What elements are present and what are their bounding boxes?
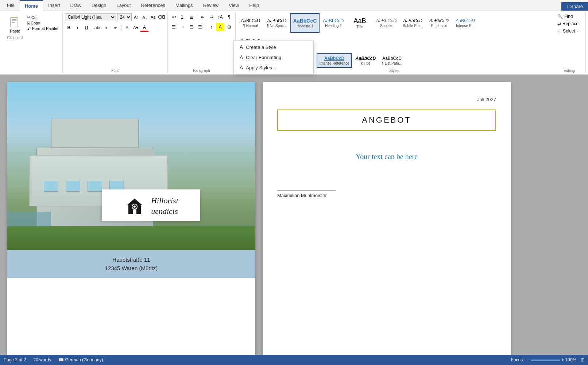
multilevel-list-button[interactable]: ≣	[187, 13, 196, 21]
style-heading2-label: Heading 2	[325, 24, 342, 28]
tab-insert[interactable]: Insert	[43, 0, 65, 11]
tab-review[interactable]: Review	[198, 0, 224, 11]
font-name-select[interactable]: Calibri Light (Hea	[65, 13, 116, 21]
clear-formatting-button[interactable]: ⌫	[158, 14, 165, 21]
line-spacing-button[interactable]: ↕	[208, 23, 216, 31]
editing-group: 🔍 Find ⇄ Replace ⬚ Select ~ Editing	[553, 12, 586, 73]
create-style-item[interactable]: A Create a Style	[234, 42, 313, 52]
style-subtle-em-label: Subtle Em...	[403, 24, 422, 28]
tab-mailings[interactable]: Mailings	[170, 0, 198, 11]
borders-button[interactable]: ⊞	[225, 23, 233, 31]
address-line2: 12345 Waren (Müritz)	[15, 264, 248, 273]
style-emphasis-label: Emphasis	[431, 24, 447, 28]
italic-button[interactable]: I	[74, 24, 82, 32]
sort-button[interactable]: ↕A	[216, 13, 224, 21]
tab-file[interactable]: File	[2, 0, 20, 11]
style-list-para[interactable]: AaBbCcD ¶ List Para...	[379, 53, 405, 68]
select-icon: ⬚	[557, 28, 561, 34]
highlight-color-button[interactable]: A▾	[132, 24, 140, 32]
style-subtitle[interactable]: AaBbCcD Subtitle	[373, 13, 399, 33]
signature-area: Maximilian Mühlmeister	[277, 190, 496, 198]
focus-button[interactable]: Focus	[511, 357, 523, 362]
find-button[interactable]: 🔍 Find	[555, 13, 583, 20]
word-count: 20 words	[33, 357, 51, 362]
align-center-button[interactable]: ≡	[179, 23, 187, 31]
angebot-box: ANGEBOT	[277, 110, 496, 131]
zoom-out-icon[interactable]: −	[527, 357, 530, 362]
paste-button[interactable]: Paste	[4, 13, 26, 35]
style-normal-preview: AaBbCcD	[241, 19, 260, 23]
style-intense-em-label: Intense E...	[456, 24, 475, 28]
signature-name: Maximilian Mühlmeister	[277, 193, 496, 198]
text-effects-button[interactable]: A	[123, 24, 131, 32]
clipboard-label: Clipboard	[7, 35, 23, 40]
building-image: % Hilloristuendicis	[7, 82, 255, 250]
style-emphasis[interactable]: AaBbCcD Emphasis	[426, 13, 452, 33]
font-color-button[interactable]: A	[140, 24, 148, 32]
body-placeholder[interactable]: Your text can be here	[277, 153, 496, 161]
zoom-slider[interactable]	[531, 360, 560, 361]
bold-button[interactable]: B	[65, 24, 73, 32]
tab-layout[interactable]: Layout	[111, 0, 136, 11]
svg-text:%: %	[133, 205, 136, 209]
strikethrough-button[interactable]: abc	[94, 24, 102, 32]
style-heading1-label: Heading 1	[297, 24, 313, 28]
shading-button[interactable]: A	[216, 23, 224, 31]
tab-references[interactable]: References	[136, 0, 170, 11]
company-logo: % Hilloristuendicis	[109, 195, 193, 217]
justify-button[interactable]: ☰	[196, 23, 204, 31]
increase-indent-button[interactable]: ⇥	[208, 13, 216, 21]
style-title-preview: AaB	[353, 18, 366, 24]
change-case-button[interactable]: Aa	[150, 14, 157, 21]
language: 📖 German (Germany)	[58, 357, 103, 362]
zoom-in-icon[interactable]: +	[561, 357, 564, 362]
apply-styles-item[interactable]: A Apply Styles...	[234, 62, 313, 73]
font-group: Calibri Light (Hea 24 A↑ A↓ Aa ⌫ B I U a…	[63, 12, 168, 73]
format-painter-button[interactable]: 🖌 Format Painter	[26, 26, 60, 31]
style-title[interactable]: AaB Title	[347, 13, 372, 33]
font-size-select[interactable]: 24	[117, 13, 132, 21]
style-subtle-em-preview: AaBbCcD	[403, 19, 422, 23]
style-normal[interactable]: AaBbCcD ¶ Normal	[238, 13, 263, 33]
show-formatting-button[interactable]: ¶	[225, 13, 233, 21]
zoom-controls[interactable]: − + 100%	[527, 357, 576, 362]
view-layout-icon[interactable]: ⊞	[581, 357, 584, 362]
style-intense-ref[interactable]: AaBbCcD Intense Reference	[317, 53, 352, 68]
clear-formatting-item[interactable]: A Clear Formatting	[234, 52, 313, 62]
align-left-button[interactable]: ☰	[170, 23, 178, 31]
subscript-button[interactable]: x₂	[103, 24, 111, 32]
style-subtitle-label: Subtitle	[380, 24, 392, 28]
copy-button[interactable]: ⎘ Copy	[26, 20, 60, 26]
paste-icon	[8, 15, 22, 29]
style-book-title[interactable]: AaBbCcD k Title	[353, 53, 378, 68]
select-button[interactable]: ⬚ Select ~	[555, 28, 583, 34]
tab-view[interactable]: View	[224, 0, 244, 11]
style-no-spacing[interactable]: AaBbCcD ¶ No Spac...	[264, 13, 290, 33]
style-intense-em[interactable]: AaBbCcD Intense E...	[452, 13, 478, 33]
paragraph-group-label: Paragraph	[170, 68, 233, 73]
superscript-button[interactable]: x²	[112, 24, 120, 32]
tab-help[interactable]: Help	[244, 0, 264, 11]
style-subtle-em[interactable]: AaBbCcD Subtle Em...	[400, 13, 425, 33]
style-heading1[interactable]: AaBbCcC Heading 1	[290, 13, 320, 33]
decrease-indent-button[interactable]: ⇤	[199, 13, 207, 21]
bullets-button[interactable]: ≡•	[170, 13, 178, 21]
cut-button[interactable]: ✂ Cut	[26, 15, 60, 20]
font-size-decrease-button[interactable]: A↓	[141, 14, 148, 21]
style-heading2[interactable]: AaBbCcD Heading 2	[320, 13, 346, 33]
page-right[interactable]: Juli 2027 ANGEBOT Your text can be here …	[263, 82, 511, 365]
style-book-title-label: k Title	[361, 61, 370, 65]
tab-design[interactable]: Design	[86, 0, 111, 11]
zoom-level: 100%	[565, 357, 576, 362]
tab-draw[interactable]: Draw	[65, 0, 86, 11]
style-no-spacing-label: ¶ No Spac...	[267, 24, 287, 28]
numbering-button[interactable]: 1.	[179, 13, 187, 21]
align-right-button[interactable]: ☰	[187, 23, 196, 31]
clear-formatting-icon: A	[240, 54, 243, 60]
tab-home[interactable]: Home	[20, 0, 43, 11]
underline-button[interactable]: U	[82, 24, 90, 32]
svg-rect-2	[12, 19, 16, 20]
share-button[interactable]: ↑ Share	[561, 2, 588, 11]
font-size-increase-button[interactable]: A↑	[133, 14, 140, 21]
replace-button[interactable]: ⇄ Replace	[555, 20, 583, 27]
